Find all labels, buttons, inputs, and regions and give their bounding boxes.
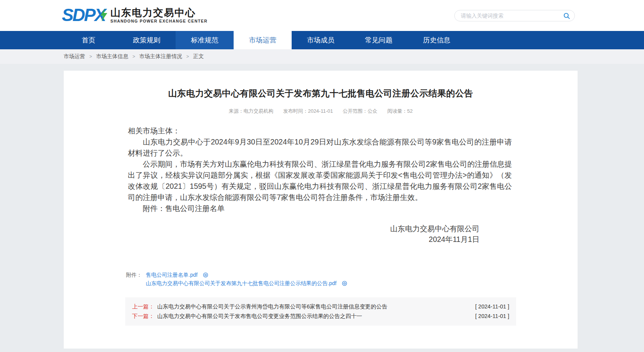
page-body: 山东电力交易中心有限公司关于发布第九十七批售电公司注册公示结果的公告 来源：电力…: [0, 64, 644, 352]
signature-company: 山东电力交易中心有限公司: [128, 223, 512, 234]
meta-scope: 公开范围：公众: [343, 108, 378, 114]
breadcrumb: 市场运营 > 市场主体信息 > 市场主体注册情况 > 正文: [0, 49, 644, 64]
signature-date: 2024年11月1日: [128, 234, 512, 245]
meta-read-count: 阅读量：52: [387, 108, 412, 114]
search-icon: [563, 13, 570, 19]
paragraph: 相关市场主体：: [128, 125, 512, 136]
paragraph: 山东电力交易中心于2024年9月30日至2024年10月29日对山东水发综合能源…: [128, 136, 512, 159]
pager-prev-link[interactable]: 山东电力交易中心有限公司关于公示青州海岱电力有限公司等6家售电公司注册信息变更的…: [157, 302, 387, 311]
article-card: 山东电力交易中心有限公司关于发布第九十七批售电公司注册公示结果的公告 来源：电力…: [64, 71, 578, 349]
breadcrumb-separator: >: [132, 54, 135, 59]
breadcrumb-registration-status[interactable]: 市场主体注册情况: [139, 53, 182, 60]
nav-item-standards[interactable]: 标准规范: [176, 31, 234, 49]
pager-next-date: [ 2024-11-01 ]: [475, 311, 509, 321]
preview-eye-icon[interactable]: [342, 281, 347, 286]
lightning-bolt-icon: [100, 8, 108, 21]
article-title: 山东电力交易中心有限公司关于发布第九十七批售电公司注册公示结果的公告: [64, 88, 578, 99]
attachment-link-announcement-pdf[interactable]: 山东电力交易中心有限公司关于发布第九十七批售电公司注册公示结果的公告.pdf: [146, 279, 336, 287]
pager-next-label: 下一篇：: [132, 311, 154, 321]
pager-prev-date: [ 2024-11-01 ]: [475, 302, 509, 311]
pager-prev-row: 上一篇： 山东电力交易中心有限公司关于公示青州海岱电力有限公司等6家售电公司注册…: [132, 302, 509, 311]
logo-text: 山东电力交易中心 SHANDONG POWER EXCHANGE CENTER: [110, 6, 207, 24]
nav-item-market-members[interactable]: 市场成员: [292, 31, 350, 49]
main-nav: 首页 政策规则 标准规范 市场运营 市场成员 常见问题 历史信息: [0, 31, 644, 49]
meta-publish-time: 发布时间：2024-11-01: [283, 108, 333, 114]
nav-item-history[interactable]: 历史信息: [408, 31, 466, 49]
breadcrumb-separator: >: [89, 54, 92, 59]
article-signature: 山东电力交易中心有限公司 2024年11月1日: [128, 223, 512, 245]
breadcrumb-current-page: 正文: [193, 53, 204, 60]
article-body: 相关市场主体： 山东电力交易中心于2024年9月30日至2024年10月29日对…: [128, 125, 512, 214]
site-logo[interactable]: SDPX 山东电力交易中心 SHANDONG POWER EXCHANGE CE…: [62, 5, 208, 24]
nav-item-faq[interactable]: 常见问题: [350, 31, 408, 49]
paragraph-attachment-note: 附件：售电公司注册名单: [128, 203, 512, 214]
breadcrumb-separator: >: [186, 54, 189, 59]
pager-prev-label: 上一篇：: [132, 302, 154, 311]
prev-next-pager: 上一篇： 山东电力交易中心有限公司关于公示青州海岱电力有限公司等6家售电公司注册…: [125, 297, 516, 326]
attachment-link-register-list-pdf[interactable]: 售电公司注册名单.pdf: [146, 271, 197, 279]
pager-next-link[interactable]: 山东电力交易中心有限公司关于发布售电公司变更业务范围公示结果的公告之四十一: [157, 311, 362, 321]
logo-name-en: SHANDONG POWER EXCHANGE CENTER: [110, 18, 207, 24]
search-box: [454, 10, 575, 21]
search-button[interactable]: [562, 13, 575, 19]
nav-item-home[interactable]: 首页: [60, 31, 118, 49]
site-header: SDPX 山东电力交易中心 SHANDONG POWER EXCHANGE CE…: [0, 0, 644, 31]
article-meta: 来源：电力交易机构 发布时间：2024-11-01 公开范围：公众 阅读量：52: [64, 108, 578, 115]
attachment-row: 售电公司注册名单.pdf: [146, 271, 347, 279]
breadcrumb-market-operation[interactable]: 市场运营: [64, 53, 85, 60]
logo-name-cn: 山东电力交易中心: [110, 7, 207, 18]
nav-item-market-operation[interactable]: 市场运营: [234, 31, 292, 49]
attachments-section: 附件： 售电公司注册名单.pdf 山东电力交易中心有限公司关于发布第九十七批售电…: [126, 271, 512, 287]
attachments-label: 附件：: [126, 271, 142, 287]
attachment-row: 山东电力交易中心有限公司关于发布第九十七批售电公司注册公示结果的公告.pdf: [146, 279, 347, 287]
logo-acronym: SDPX: [62, 5, 105, 24]
meta-source: 来源：电力交易机构: [229, 108, 273, 114]
paragraph: 公示期间，市场有关方对山东赢伦电力科技有限公司、浙江绿星普化电力服务有限公司2家…: [128, 159, 512, 203]
nav-item-policy-rules[interactable]: 政策规则: [118, 31, 176, 49]
pager-next-row: 下一篇： 山东电力交易中心有限公司关于发布售电公司变更业务范围公示结果的公告之四…: [132, 311, 509, 321]
preview-eye-icon[interactable]: [203, 273, 208, 277]
breadcrumb-market-subject-info[interactable]: 市场主体信息: [96, 53, 128, 60]
search-input[interactable]: [455, 13, 562, 19]
